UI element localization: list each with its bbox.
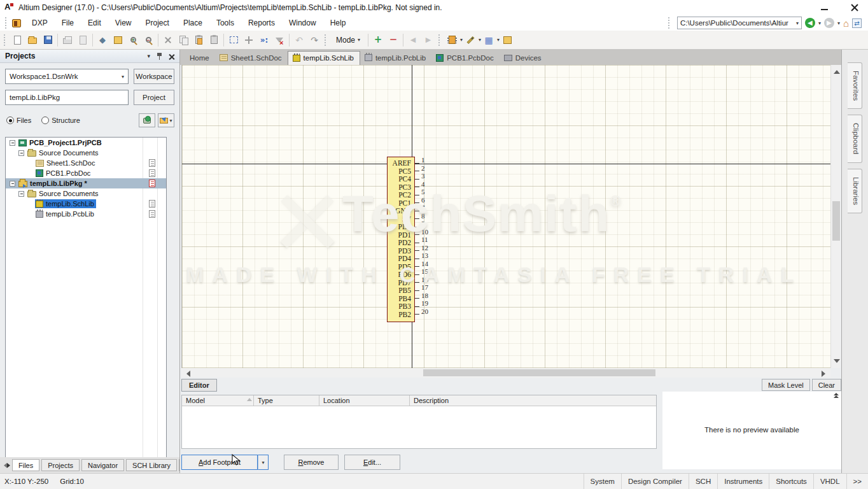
document-tab[interactable]: tempLib.SchLib: [288, 51, 360, 65]
back-dropdown-icon[interactable]: ▾: [818, 20, 821, 26]
cut-button[interactable]: [160, 32, 176, 48]
clear-button[interactable]: Clear: [812, 379, 841, 391]
scroll-left-icon[interactable]: [186, 371, 190, 377]
sort-ascending-icon[interactable]: [247, 398, 252, 401]
remove-button[interactable]: Remove: [284, 455, 339, 470]
cross-probe-button[interactable]: »:: [256, 32, 272, 48]
component-pin[interactable]: PD4 13: [388, 255, 438, 263]
component-view-button[interactable]: [139, 113, 155, 127]
mode-dropdown[interactable]: Mode: [330, 33, 366, 47]
component-pin[interactable]: PC2 5: [388, 191, 438, 199]
undo-button[interactable]: ↶: [291, 32, 307, 48]
document-tab[interactable]: Sheet1.SchDoc: [215, 51, 288, 65]
open-button[interactable]: [25, 32, 40, 48]
panel-tab[interactable]: Navigator: [81, 459, 124, 471]
remove-mode-button[interactable]: −: [386, 32, 401, 48]
panel-menu-icon[interactable]: ▾: [147, 53, 150, 59]
workspace-panels-button[interactable]: [110, 32, 125, 48]
status-bar-button[interactable]: Design Compiler: [621, 474, 689, 489]
menu-item[interactable]: File: [55, 17, 81, 29]
component-pin[interactable]: PC1 6: [388, 199, 438, 208]
component-pin[interactable]: PD7 16: [388, 279, 438, 287]
workspace-button[interactable]: Workspace: [134, 69, 174, 84]
new-document-button[interactable]: [10, 32, 25, 48]
status-bar-button[interactable]: System: [584, 474, 621, 489]
place-part-button[interactable]: [444, 32, 459, 48]
component-pin[interactable]: PC5 2: [388, 167, 438, 176]
side-panel-tab[interactable]: Libraries: [848, 169, 862, 213]
component-pin[interactable]: PC3 4: [388, 183, 438, 192]
document-tab[interactable]: Devices: [500, 51, 547, 65]
print-button[interactable]: [60, 32, 75, 48]
component-pin[interactable]: PB3 19: [388, 302, 438, 311]
component-pin[interactable]: PD6 15: [388, 271, 438, 279]
editor-tab[interactable]: Editor: [181, 379, 217, 392]
grid-settings-button[interactable]: ▦: [481, 32, 496, 48]
tree-row[interactable]: tempLib.SchLib: [6, 199, 166, 209]
add-footprint-button[interactable]: Add Footprint: [181, 455, 258, 470]
structure-radio[interactable]: Structure: [41, 117, 80, 124]
tree-row[interactable]: Source Documents: [6, 188, 166, 199]
table-column-header[interactable]: Description: [410, 395, 656, 406]
vertical-scroll-thumb[interactable]: [832, 201, 840, 241]
toolbar-grip[interactable]: [4, 34, 7, 46]
add-footprint-dropdown[interactable]: ▾: [258, 455, 269, 470]
open-project-button[interactable]: ▾: [158, 113, 174, 127]
status-bar-button[interactable]: Instruments: [717, 474, 769, 489]
close-button[interactable]: [850, 3, 859, 12]
side-panel-tab[interactable]: Clipboard: [848, 115, 862, 162]
horizontal-scroll-thumb[interactable]: [423, 369, 655, 376]
status-bar-button[interactable]: VHDL: [813, 474, 846, 489]
scroll-up-icon[interactable]: [834, 70, 840, 74]
collapse-preview-icon[interactable]: [834, 394, 839, 399]
paste-array-button[interactable]: [206, 32, 221, 48]
files-radio[interactable]: Files: [6, 117, 31, 124]
edit-button[interactable]: Edit...: [344, 455, 400, 470]
copy-button[interactable]: [176, 32, 191, 48]
redo-button[interactable]: ↷: [307, 32, 322, 48]
component-pin[interactable]: PD3 12: [388, 247, 438, 255]
component-pin[interactable]: PD0 9: [388, 223, 438, 231]
component-pin[interactable]: PB4 18: [388, 295, 438, 303]
minimize-button[interactable]: [821, 4, 829, 11]
status-bar-button[interactable]: SCH: [689, 474, 717, 489]
panel-tab[interactable]: S: [179, 459, 180, 471]
panel-tab[interactable]: Projects: [41, 459, 80, 471]
menu-item[interactable]: Project: [139, 17, 176, 29]
toolbar-grip[interactable]: [325, 34, 328, 46]
table-column-header[interactable]: Type: [254, 395, 319, 406]
component-pin[interactable]: AREF 1: [388, 159, 438, 167]
mask-level-button[interactable]: Mask Level: [762, 379, 810, 391]
clear-filter-button[interactable]: [272, 32, 287, 48]
component-pin[interactable]: GND 7: [388, 207, 438, 215]
zoom-in-button[interactable]: +: [125, 32, 141, 48]
tree-row[interactable]: PCB_Project1.PrjPCB: [6, 138, 166, 148]
address-combo[interactable]: C:\Users\Public\Documents\Altiur ▾: [677, 17, 802, 29]
panel-tab[interactable]: Files: [12, 459, 39, 471]
menu-item[interactable]: DXP: [25, 17, 55, 29]
select-area-button[interactable]: [226, 32, 241, 48]
menu-item[interactable]: Reports: [241, 17, 282, 29]
toolbar-grip[interactable]: [5, 17, 8, 29]
component-pin[interactable]: PD2 11: [388, 239, 438, 247]
project-button[interactable]: Project: [134, 90, 174, 105]
component-pin[interactable]: PD1 10: [388, 231, 438, 239]
close-panel-icon[interactable]: [169, 53, 174, 59]
schematic-canvas[interactable]: AREF 1 PC5 2 PC4 3: [181, 65, 830, 368]
workspace-combo[interactable]: Workspace1.DsnWrk ▾: [5, 69, 129, 84]
pin-panel-icon[interactable]: [157, 52, 162, 60]
scroll-down-icon[interactable]: [834, 359, 840, 363]
chevron-down-icon[interactable]: ▾: [796, 20, 799, 26]
print-preview-button[interactable]: [75, 32, 90, 48]
menu-item[interactable]: Edit: [81, 17, 108, 29]
document-tab[interactable]: tempLib.PcbLib: [360, 51, 431, 65]
next-part-button[interactable]: ▶: [421, 32, 436, 48]
tree-row[interactable]: tempLib.PcbLib: [6, 209, 166, 219]
add-mode-button[interactable]: +: [370, 32, 386, 48]
component-pin[interactable]: PD5 14: [388, 263, 438, 271]
tree-row[interactable]: Source Documents: [6, 148, 166, 158]
vertical-scrollbar[interactable]: [830, 65, 841, 368]
side-panel-tab[interactable]: Favorites: [848, 62, 862, 109]
save-button[interactable]: [40, 32, 55, 48]
back-button[interactable]: ◀: [805, 18, 815, 28]
